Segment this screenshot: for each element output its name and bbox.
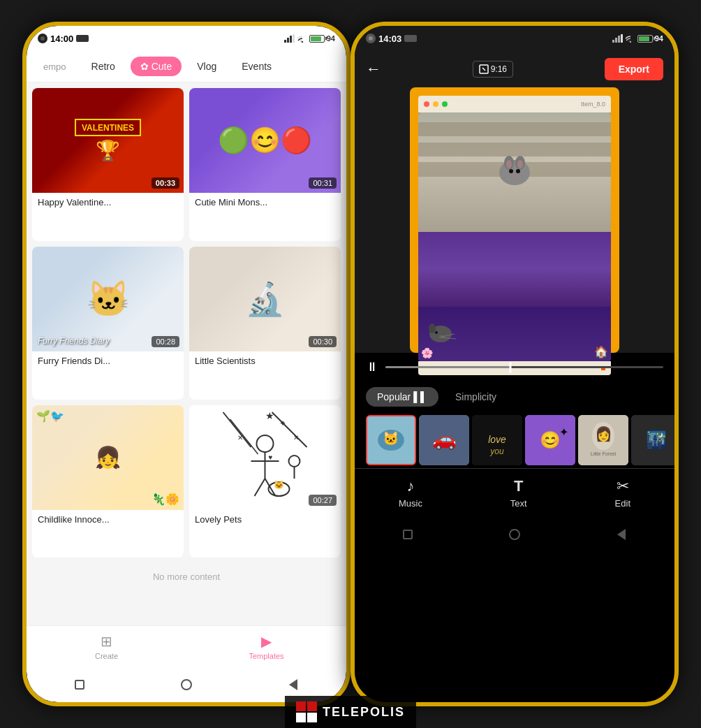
nav-create[interactable]: ⊞ Create [27, 626, 186, 667]
right-sys-home-btn[interactable] [508, 528, 521, 541]
category-tabs: empo Retro ✿ Cute Vlog Events [27, 51, 346, 82]
strip-thumb-2[interactable]: 🚗 [419, 415, 469, 465]
tab-cute[interactable]: ✿ Cute [131, 57, 182, 76]
strip-thumb-1[interactable]: 🐱 [366, 415, 416, 465]
wifi-icon [297, 34, 307, 43]
tab-retro[interactable]: Retro [82, 57, 125, 76]
tab-empo[interactable]: empo [34, 57, 76, 76]
template-card-pets[interactable]: ✦ ✕ ✕ ★ ♥ [189, 405, 341, 558]
right-status-time: 14:03 [378, 34, 401, 44]
left-phone: 14:00 94 empo Retro [22, 22, 350, 706]
editor-header: ← 9:16 Export [355, 51, 674, 87]
tab-vlog[interactable]: Vlog [187, 57, 226, 76]
telepolis-watermark: TELEPOLIS [285, 696, 416, 728]
svg-text:🚗: 🚗 [432, 428, 457, 451]
sys-back-btn[interactable] [73, 678, 86, 691]
svg-point-41 [435, 331, 438, 334]
template-card-monsters[interactable]: 🟢😊🔴 00:31 Cutie Mini Mons... [189, 88, 341, 241]
svg-line-28 [482, 68, 485, 71]
svg-point-26 [630, 41, 631, 43]
back-button[interactable]: ← [366, 60, 381, 78]
dot-red [424, 101, 429, 107]
template-card-childlike[interactable]: 👧 🌱🐦 🦎🌼 Childlike Innoce... [32, 405, 184, 558]
svg-point-4 [302, 41, 303, 43]
svg-line-15 [255, 479, 265, 496]
status-bar-icon [76, 35, 89, 42]
svg-text:Little Forest: Little Forest [591, 451, 617, 456]
svg-point-33 [517, 160, 523, 168]
video-frame: Item_8.0 [410, 87, 619, 353]
svg-point-29 [499, 160, 530, 185]
tool-text[interactable]: T Text [510, 477, 527, 509]
tab-events[interactable]: Events [232, 57, 281, 76]
left-status-time: 14:00 [50, 34, 73, 44]
filter-tabs: Popular ▌▌ Simplicity [355, 381, 674, 412]
strip-thumb-6-img: 🌃 [631, 415, 674, 465]
template-card-cat[interactable]: 🐱 Furry Friends Diary 00:28 Furry Friend… [32, 247, 184, 400]
left-status-bar: 14:00 94 [27, 26, 346, 51]
template-card-scientist[interactable]: 🔬 00:30 Little Scientists [189, 247, 341, 400]
duration-scientist: 00:30 [309, 336, 337, 347]
title-monsters: Cutie Mini Mons... [189, 193, 341, 212]
sys-recent-btn[interactable] [287, 678, 300, 691]
telepolis-logo-grid [296, 701, 317, 722]
right-sys-recent-btn[interactable] [615, 528, 628, 541]
logo-cell-4 [307, 713, 317, 722]
svg-text:🐱: 🐱 [383, 430, 399, 446]
ratio-label: 9:16 [491, 64, 507, 74]
template-card-valentines[interactable]: VALENTINES 🏆 00:33 Happy Valentine... [32, 88, 184, 241]
thumb-cat: 🐱 Furry Friends Diary 00:28 [32, 247, 184, 351]
tool-edit[interactable]: ✂ Edit [615, 477, 630, 509]
left-phone-inner: 14:00 94 empo Retro [27, 26, 346, 702]
camera-icon [38, 34, 47, 43]
rat-middle [418, 232, 611, 307]
music-icon: ♪ [406, 477, 414, 495]
right-wifi-icon [626, 34, 635, 43]
thumb-valentines: VALENTINES 🏆 00:33 [32, 88, 184, 193]
no-more-label: No more content [32, 563, 341, 620]
left-status-right: 94 [284, 34, 335, 43]
svg-rect-1 [287, 38, 289, 43]
svg-text:♥: ♥ [269, 453, 273, 461]
timeline-progress [385, 366, 510, 368]
svg-text:😊: 😊 [540, 430, 561, 450]
duration-monsters: 00:31 [309, 177, 337, 189]
title-scientist: Little Scientists [189, 351, 341, 370]
ratio-icon [479, 64, 489, 74]
thumb-childlike: 👧 🌱🐦 🦎🌼 [32, 405, 184, 510]
nav-create-label: Create [95, 652, 118, 660]
text-icon: T [514, 477, 523, 495]
filter-popular[interactable]: Popular ▌▌ [366, 387, 438, 407]
ratio-button[interactable]: 9:16 [473, 61, 513, 78]
timeline-bar[interactable] [385, 366, 663, 368]
svg-rect-2 [290, 36, 292, 43]
rat-bottom [418, 307, 611, 361]
music-label: Music [399, 498, 422, 509]
tool-music[interactable]: ♪ Music [399, 477, 422, 509]
pause-button[interactable]: ⏸ [366, 360, 378, 374]
thumb-pets: ✦ ✕ ✕ ★ ♥ [189, 405, 341, 510]
sys-home-btn[interactable] [180, 678, 193, 691]
title-pets: Lovely Pets [189, 510, 341, 529]
thumb-monsters: 🟢😊🔴 00:31 [189, 88, 341, 193]
strip-thumb-5[interactable]: 👩 Little Forest [578, 415, 628, 465]
duration-valentines: 00:33 [152, 177, 179, 189]
right-status-bar: 14:03 94 [355, 26, 674, 51]
edit-label: Edit [615, 498, 630, 509]
strip-thumb-3[interactable]: love you [472, 415, 522, 465]
svg-point-12 [257, 435, 274, 452]
nav-templates-label: Templates [249, 652, 283, 660]
svg-text:✕: ✕ [293, 434, 299, 442]
nav-templates[interactable]: ▶ Templates [186, 626, 346, 667]
export-button[interactable]: Export [605, 58, 663, 80]
svg-rect-3 [293, 34, 295, 43]
logo-cell-3 [296, 713, 306, 722]
right-sys-back-btn[interactable] [401, 528, 414, 541]
bottom-tools: ♪ Music T Text ✂ Edit [355, 468, 674, 517]
timeline-thumb [510, 362, 512, 373]
right-phone: 14:03 94 ← 9:16 Ex [350, 22, 679, 706]
filter-simplicity[interactable]: Simplicity [444, 387, 508, 407]
svg-line-5 [223, 412, 251, 447]
strip-thumb-6[interactable]: 🌃 [631, 415, 674, 465]
strip-thumb-4[interactable]: 😊 ✦ [525, 415, 575, 465]
